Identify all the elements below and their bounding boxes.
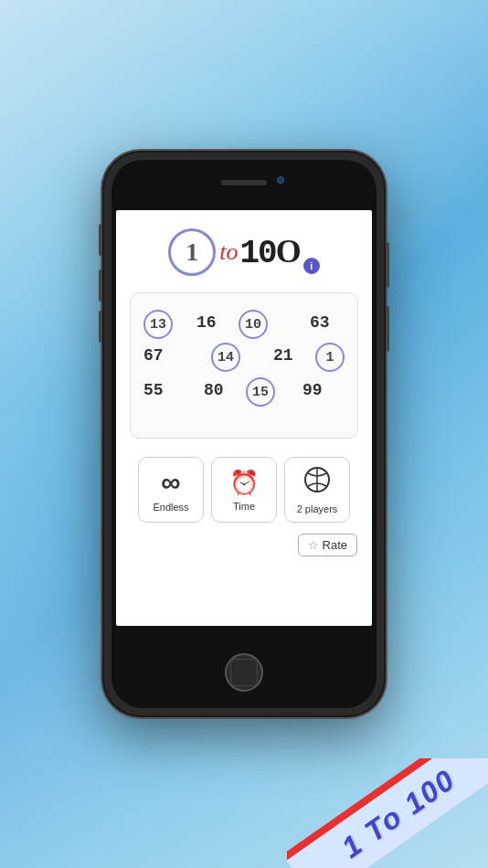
mode-button-time[interactable]: ⏰Time <box>211 457 277 523</box>
grid-number-10[interactable]: 10 <box>239 310 268 339</box>
number-grid: 13161063671421155801599 <box>130 292 358 439</box>
title-to: to <box>219 238 238 266</box>
title-1: 1 <box>186 238 198 267</box>
home-button[interactable] <box>225 653 263 692</box>
phone-speaker <box>221 180 267 185</box>
mode-button-2players[interactable]: 2 players <box>284 457 350 523</box>
grid-number-14[interactable]: 14 <box>211 343 240 372</box>
rate-button[interactable]: ☆ Rate <box>298 534 357 556</box>
grid-number-21[interactable]: 21 <box>273 346 293 365</box>
grid-number-13[interactable]: 13 <box>143 310 173 339</box>
phone-bezel: 1 to 10O i 13161063671421155801599 ∞Endl… <box>111 160 377 708</box>
info-badge[interactable]: i <box>303 258 320 274</box>
title-100: 10O <box>240 232 300 272</box>
app-content: 1 to 10O i 13161063671421155801599 ∞Endl… <box>116 210 372 626</box>
rate-star-icon: ☆ <box>308 538 319 552</box>
app-title: 1 to 10O i <box>168 228 319 276</box>
grid-number-55[interactable]: 55 <box>143 381 164 399</box>
corner-banner: 1 To 100 <box>287 758 488 868</box>
grid-number-63[interactable]: 63 <box>310 313 330 332</box>
banner-inner: 1 To 100 <box>287 758 488 868</box>
rate-label: Rate <box>323 538 347 552</box>
grid-number-16[interactable]: 16 <box>196 313 217 332</box>
phone-camera <box>277 176 284 184</box>
title-number: 1 <box>168 228 216 276</box>
grid-number-1[interactable]: 1 <box>315 343 345 372</box>
grid-number-80[interactable]: 80 <box>204 381 224 399</box>
time-label: Time <box>233 501 255 512</box>
grid-number-67[interactable]: 67 <box>143 346 164 365</box>
info-label: i <box>310 260 313 271</box>
mode-buttons: ∞Endless⏰Time 2 players <box>138 457 350 523</box>
banner-white-area: 1 To 100 <box>287 758 488 868</box>
endless-icon: ∞ <box>161 467 180 498</box>
phone-frame: 1 to 10O i 13161063671421155801599 ∞Endl… <box>102 151 386 717</box>
mode-button-endless[interactable]: ∞Endless <box>138 457 204 523</box>
endless-label: Endless <box>153 502 188 513</box>
phone-screen: 1 to 10O i 13161063671421155801599 ∞Endl… <box>116 210 372 626</box>
2players-label: 2 players <box>297 503 338 514</box>
grid-number-99[interactable]: 99 <box>302 381 323 399</box>
title-zero: O <box>276 233 300 270</box>
2players-icon <box>303 466 331 500</box>
grid-number-15[interactable]: 15 <box>246 377 275 407</box>
time-icon: ⏰ <box>229 469 259 497</box>
